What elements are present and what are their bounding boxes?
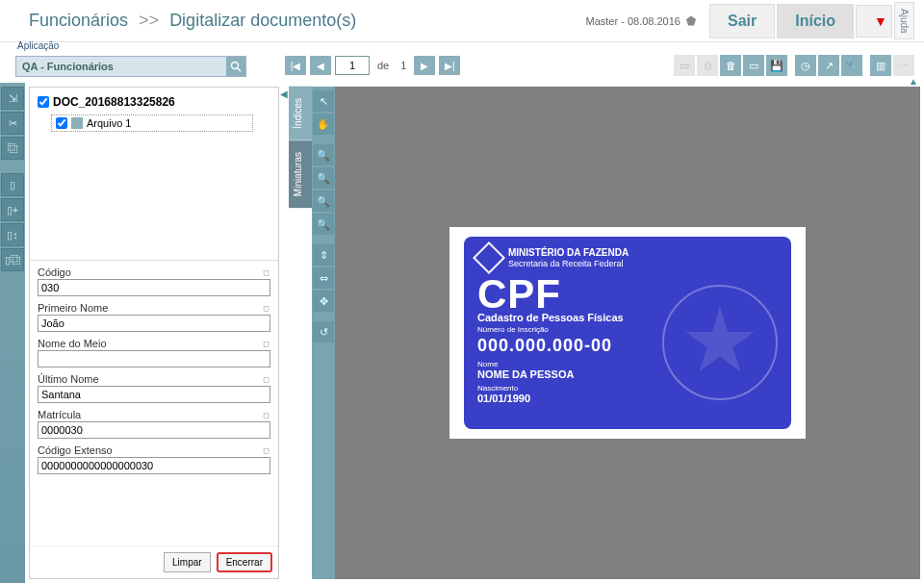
rail-copy-icon[interactable]: ⿻ bbox=[1, 137, 24, 160]
diamond-icon[interactable]: ◇ bbox=[260, 408, 272, 420]
tree-root-label: DOC_20168813325826 bbox=[53, 95, 175, 109]
vt-fitpage-icon[interactable]: ✥ bbox=[313, 291, 334, 312]
collapse-up-icon[interactable]: ▲ bbox=[909, 76, 918, 87]
diamond-icon[interactable]: ◇ bbox=[260, 444, 272, 456]
field-label: Último Nome bbox=[38, 373, 99, 385]
field-input-ultimo-nome[interactable] bbox=[38, 386, 270, 403]
vt-zoomin-icon[interactable]: 🔍 bbox=[313, 144, 334, 165]
pager-prev-button[interactable]: ◀ bbox=[310, 56, 331, 75]
doc-tree: DOC_20168813325826 Arquivo 1 bbox=[30, 88, 278, 261]
user-info: Master - 08.08.2016 bbox=[586, 15, 696, 27]
viewer[interactable]: MINISTÉRIO DA FAZENDA Secretaria da Rece… bbox=[335, 87, 920, 579]
dropdown-button[interactable]: ▼ bbox=[856, 5, 892, 38]
vt-rotate-icon[interactable]: ↺ bbox=[313, 321, 334, 342]
tool-clock-icon[interactable]: ◷ bbox=[795, 55, 816, 76]
tool-export-icon[interactable]: ↗ bbox=[818, 55, 839, 76]
rail-page-icon[interactable]: ▯ bbox=[1, 173, 24, 196]
ajuda-tab[interactable]: Ajuda bbox=[894, 2, 914, 40]
tree-child-label: Arquivo 1 bbox=[87, 117, 131, 129]
sair-button[interactable]: Sair bbox=[709, 4, 775, 38]
field-codigo-extenso: Código Extenso◇ bbox=[38, 444, 270, 474]
svg-line-1 bbox=[238, 68, 241, 71]
cpf-ministry: MINISTÉRIO DA FAZENDA bbox=[508, 247, 629, 259]
mid-tabs: Índices Miniaturas bbox=[289, 87, 312, 583]
cpf-seal-icon bbox=[662, 285, 778, 400]
breadcrumb: Funcionários >> Digitalizar documento(s) bbox=[29, 11, 356, 31]
search-icon[interactable] bbox=[226, 57, 245, 76]
rail-import-icon[interactable]: ⇲ bbox=[1, 87, 24, 110]
main: ⇲ ✂ ⿻ ▯ ▯+ ▯↕ ▯⿻ DOC_20168813325826 Arqu… bbox=[0, 83, 924, 583]
left-rail: ⇲ ✂ ⿻ ▯ ▯+ ▯↕ ▯⿻ bbox=[0, 83, 25, 583]
panel-footer: Limpar Encerrar bbox=[30, 545, 278, 578]
tool-folder-icon[interactable]: ▭ bbox=[743, 55, 764, 76]
limpar-button[interactable]: Limpar bbox=[164, 552, 211, 572]
tool-group-1: ▭ ⎙ 🗑 ▭ 💾 bbox=[674, 55, 787, 76]
vt-zoomarea-icon[interactable]: 🔍 bbox=[313, 190, 334, 212]
field-input-codigo[interactable] bbox=[38, 279, 270, 296]
breadcrumb-main: Funcionários bbox=[29, 11, 128, 30]
tool-group-3: ▥ ⋯ bbox=[870, 55, 914, 76]
diamond-icon[interactable]: ◇ bbox=[260, 266, 272, 278]
field-label: Primeiro Nome bbox=[38, 302, 108, 314]
app-label: Aplicação bbox=[17, 40, 59, 51]
tool-trash-icon[interactable]: 🗑 bbox=[720, 55, 741, 76]
vt-fitheight-icon[interactable]: ⇕ bbox=[313, 244, 334, 266]
tab-miniaturas[interactable]: Miniaturas bbox=[289, 140, 312, 208]
tool-wrench-icon[interactable]: 🔧 bbox=[841, 55, 862, 76]
divider-handle[interactable]: ◀ bbox=[279, 83, 289, 583]
tree-root-checkbox[interactable] bbox=[38, 96, 49, 108]
app-value: QA - Funcionários bbox=[16, 61, 226, 72]
cpf-header-text: MINISTÉRIO DA FAZENDA Secretaria da Rece… bbox=[508, 247, 629, 269]
field-label: Código Extenso bbox=[38, 444, 113, 456]
pager-last-button[interactable]: ▶| bbox=[439, 56, 460, 75]
tree-child-checkbox[interactable] bbox=[56, 117, 67, 129]
diamond-icon[interactable]: ◇ bbox=[260, 372, 272, 385]
file-icon bbox=[71, 117, 83, 129]
rail-scan-icon[interactable]: ✂ bbox=[1, 112, 24, 135]
vt-hand-icon[interactable]: ✋ bbox=[313, 114, 334, 135]
tool-layout-icon[interactable]: ▥ bbox=[870, 55, 891, 76]
left-panel: DOC_20168813325826 Arquivo 1 Código◇ Pri… bbox=[29, 87, 279, 579]
fields-panel: Código◇ Primeiro Nome◇ Nome do Meio◇ Últ… bbox=[30, 261, 278, 545]
pager-de: de bbox=[377, 60, 389, 71]
pager-input[interactable] bbox=[335, 56, 370, 75]
inicio-button[interactable]: Início bbox=[777, 4, 854, 38]
field-input-primeiro-nome[interactable] bbox=[38, 315, 270, 332]
tool-save-icon[interactable]: 💾 bbox=[766, 55, 787, 76]
field-nome-meio: Nome do Meio◇ bbox=[38, 338, 270, 368]
pager-first-button[interactable]: |◀ bbox=[285, 56, 306, 75]
tree-root[interactable]: DOC_20168813325826 bbox=[38, 95, 270, 109]
tab-indices[interactable]: Índices bbox=[289, 87, 312, 140]
tree-child[interactable]: Arquivo 1 bbox=[51, 114, 253, 132]
app-select[interactable]: QA - Funcionários bbox=[15, 56, 246, 77]
cpf-secretary: Secretaria da Receita Federal bbox=[508, 259, 629, 269]
user-icon bbox=[686, 16, 696, 26]
tool-print-icon[interactable]: ⎙ bbox=[697, 55, 718, 76]
rail-pagedup-icon[interactable]: ▯⿻ bbox=[1, 248, 24, 271]
field-label: Nome do Meio bbox=[38, 338, 107, 349]
diamond-icon[interactable]: ◇ bbox=[260, 337, 272, 349]
rail-pageadd-icon[interactable]: ▯+ bbox=[1, 198, 24, 221]
breadcrumb-sep: >> bbox=[139, 11, 159, 30]
field-matricula: Matrícula◇ bbox=[38, 409, 270, 439]
pager: |◀ ◀ de 1 ▶ ▶| bbox=[285, 56, 460, 75]
field-label: Matrícula bbox=[38, 409, 81, 420]
field-input-nome-meio[interactable] bbox=[38, 350, 270, 368]
pager-total: 1 bbox=[400, 60, 406, 71]
vt-fitwidth-icon[interactable]: ⇔ bbox=[313, 267, 334, 289]
tool-more-icon[interactable]: ⋯ bbox=[893, 55, 914, 76]
document-page: MINISTÉRIO DA FAZENDA Secretaria da Rece… bbox=[449, 227, 806, 439]
vt-pointer-icon[interactable]: ↖ bbox=[313, 90, 334, 112]
field-codigo: Código◇ bbox=[38, 266, 270, 296]
tool-screen-icon[interactable]: ▭ bbox=[674, 55, 695, 76]
cpf-card: MINISTÉRIO DA FAZENDA Secretaria da Rece… bbox=[464, 237, 791, 429]
pager-next-button[interactable]: ▶ bbox=[414, 56, 435, 75]
field-label: Código bbox=[38, 266, 71, 278]
vt-zoomreset-icon[interactable]: 🔍 bbox=[313, 214, 334, 235]
rail-pageup-icon[interactable]: ▯↕ bbox=[1, 223, 24, 246]
vt-zoomout-icon[interactable]: 🔍 bbox=[313, 167, 334, 189]
encerrar-button[interactable]: Encerrar bbox=[217, 552, 272, 572]
field-input-matricula[interactable] bbox=[38, 421, 270, 439]
field-input-codigo-extenso[interactable] bbox=[38, 457, 270, 474]
diamond-icon[interactable]: ◇ bbox=[260, 301, 272, 314]
